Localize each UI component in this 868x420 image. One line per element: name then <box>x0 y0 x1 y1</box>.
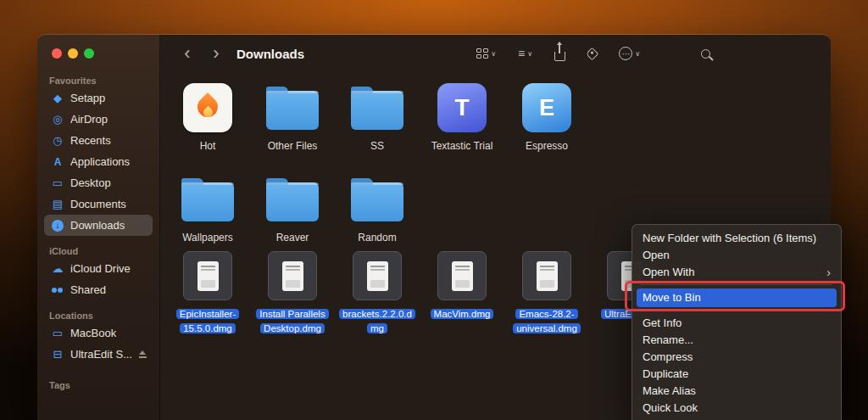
file-label-selected: EpicInstaller-15.5.0.dmg <box>167 307 248 335</box>
menu-item-label: Rename... <box>643 332 693 349</box>
menu-item-new-folder-with-selection[interactable]: New Folder with Selection (6 Items) <box>632 230 841 247</box>
setapp-icon: ◆ <box>49 92 66 104</box>
file-textastic-trial[interactable]: T Textastic Trial <box>421 81 503 153</box>
menu-item-label: Duplicate <box>643 366 688 383</box>
hot-app-icon <box>183 83 232 132</box>
file-espresso[interactable]: E Espresso <box>506 81 587 153</box>
shared-icon <box>49 284 66 296</box>
file-random[interactable]: Random <box>337 172 418 244</box>
more-actions-button[interactable]: ⋯ ∨ <box>619 47 640 60</box>
sidebar-item-recents[interactable]: ◷ Recents <box>44 130 153 151</box>
file-label-selected: Emacs-28.2-universal.dmg <box>506 307 587 335</box>
sidebar-item-desktop[interactable]: ▭ Desktop <box>44 172 153 193</box>
file-label: Hot <box>167 139 248 153</box>
sidebar-item-label: UltraEdit S... <box>70 348 132 361</box>
sidebar-item-label: Documents <box>70 198 126 210</box>
traffic-lights <box>52 48 94 59</box>
menu-item-label: Get Info <box>643 315 682 332</box>
search-icon[interactable] <box>701 49 710 59</box>
file-label-selected: brackets.2.2.0.dmg <box>337 307 418 335</box>
tags-button[interactable] <box>587 49 597 59</box>
folder-icon <box>181 182 234 221</box>
desktop-icon: ▭ <box>49 176 66 189</box>
dmg-icon <box>268 251 317 300</box>
menu-item-compress[interactable]: Compress <box>632 349 841 366</box>
context-menu: New Folder with Selection (6 Items) Open… <box>632 224 842 420</box>
chevron-down-icon: ∨ <box>527 50 532 58</box>
dmg-icon <box>522 251 571 300</box>
file-wallpapers[interactable]: Wallpapers <box>167 172 248 244</box>
file-hot[interactable]: Hot <box>167 81 248 153</box>
sidebar-item-applications[interactable]: A Applications <box>44 151 153 172</box>
file-other-files[interactable]: Other Files <box>252 81 333 153</box>
dmg-icon <box>437 251 487 300</box>
file-label: Reaver <box>252 231 333 244</box>
file-brackets-dmg[interactable]: brackets.2.2.0.dmg <box>337 249 418 335</box>
menu-item-duplicate[interactable]: Duplicate <box>632 366 841 383</box>
group-icon: ≡ <box>518 47 525 60</box>
sidebar-item-icloud-drive[interactable]: ☁ iCloud Drive <box>44 258 153 279</box>
recents-icon: ◷ <box>49 134 66 147</box>
sidebar-section-locations: Locations <box>37 309 159 322</box>
menu-item-label: New Folder with Selection (6 Items) <box>643 230 816 247</box>
dmg-icon <box>183 251 232 300</box>
close-button[interactable] <box>52 48 62 59</box>
sidebar-item-macbook[interactable]: ▭ MacBook <box>44 322 153 344</box>
eject-icon[interactable] <box>138 350 147 359</box>
file-ss[interactable]: SS <box>337 81 418 153</box>
external-disk-icon: ⊟ <box>49 348 66 361</box>
menu-item-label: Compress <box>643 349 693 366</box>
sidebar-item-downloads[interactable]: ↓ Downloads <box>44 215 153 236</box>
file-parallels-dmg[interactable]: Install Parallels Desktop.dmg <box>252 249 333 335</box>
sidebar-item-label: Setapp <box>70 92 105 104</box>
file-label: Espresso <box>506 139 587 153</box>
menu-item-get-info[interactable]: Get Info <box>632 315 841 332</box>
icloud-icon: ☁ <box>49 262 66 275</box>
sidebar-item-ultraedit[interactable]: ⊟ UltraEdit S... <box>44 344 153 365</box>
sidebar-item-label: Recents <box>70 134 111 147</box>
menu-item-quick-look[interactable]: Quick Look <box>632 400 841 417</box>
folder-icon <box>266 91 319 130</box>
sidebar-item-label: AirDrop <box>70 113 108 126</box>
share-button[interactable] <box>554 46 565 61</box>
forward-button[interactable]: › <box>208 45 225 62</box>
downloads-icon: ↓ <box>52 220 64 232</box>
menu-item-make-alias[interactable]: Make Alias <box>632 383 841 400</box>
sidebar-item-documents[interactable]: ▤ Documents <box>44 193 153 215</box>
submenu-arrow-icon: › <box>826 264 831 281</box>
menu-item-label: Quick Look <box>643 400 698 417</box>
file-label: Textastic Trial <box>421 139 503 153</box>
file-label-selected: Install Parallels Desktop.dmg <box>252 307 333 335</box>
menu-item-open-with[interactable]: Open With› <box>632 264 841 281</box>
file-label: Other Files <box>252 139 333 153</box>
sidebar-item-airdrop[interactable]: ◎ AirDrop <box>44 109 153 130</box>
menu-item-rename[interactable]: Rename... <box>632 332 841 349</box>
sidebar-section-icloud: iCloud <box>37 244 159 258</box>
documents-icon: ▤ <box>49 198 66 210</box>
sidebar-item-shared[interactable]: Shared <box>44 279 153 300</box>
menu-item-open[interactable]: Open <box>632 247 841 264</box>
file-emacs-dmg[interactable]: Emacs-28.2-universal.dmg <box>506 249 587 335</box>
menu-item-label: Open <box>643 247 670 264</box>
view-options-button[interactable]: ∨ <box>476 48 496 59</box>
file-macvim-dmg[interactable]: MacVim.dmg <box>421 249 503 322</box>
sidebar-item-setapp[interactable]: ◆ Setapp <box>44 87 153 109</box>
sidebar-section-favourites: Favourites <box>37 74 159 87</box>
file-epicinstaller-dmg[interactable]: EpicInstaller-15.5.0.dmg <box>167 249 248 335</box>
toolbar: ‹ › Downloads ∨ ≡ ∨ <box>160 35 831 72</box>
file-label: SS <box>337 139 418 153</box>
window-title: Downloads <box>236 47 304 61</box>
back-button[interactable]: ‹ <box>179 45 196 62</box>
menu-item-move-to-bin[interactable]: Move to Bin <box>637 288 837 307</box>
grid-view-icon <box>476 48 488 59</box>
sidebar-item-label: Shared <box>70 283 106 296</box>
chevron-down-icon: ∨ <box>635 50 640 58</box>
menu-separator <box>641 311 832 311</box>
folder-icon <box>266 182 319 221</box>
tag-icon <box>586 47 599 60</box>
group-by-button[interactable]: ≡ ∨ <box>518 47 532 60</box>
menu-item-label: Open With <box>643 264 694 281</box>
file-reaver[interactable]: Reaver <box>252 172 333 244</box>
minimize-button[interactable] <box>68 48 78 59</box>
zoom-button[interactable] <box>84 48 94 59</box>
